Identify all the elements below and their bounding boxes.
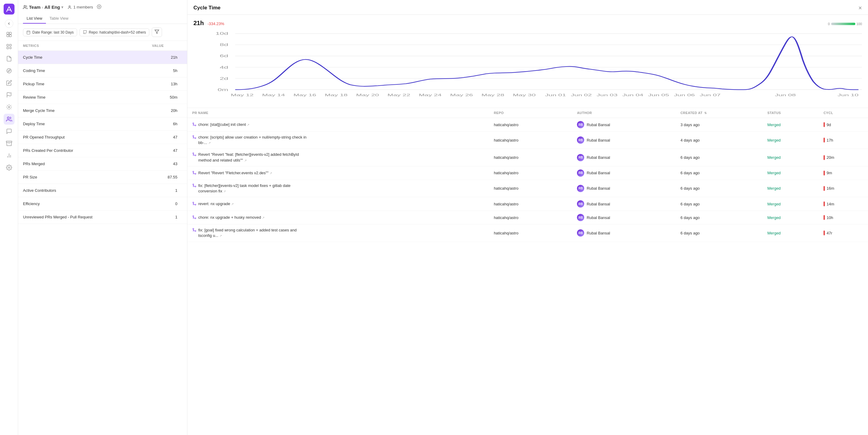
metrics-row[interactable]: Pickup Time 13h — [18, 78, 187, 91]
sidebar-item-notes[interactable] — [4, 78, 14, 88]
team-label: Team — [29, 4, 40, 10]
pr-link-icon[interactable]: ↗ — [262, 216, 265, 219]
metrics-row[interactable]: Active Contributors 1 — [18, 184, 187, 197]
svg-point-64 — [193, 153, 194, 154]
all-eng-label: All Eng — [44, 4, 60, 10]
table-row[interactable]: fix: [fletcher][events-v2] task model fi… — [187, 180, 868, 197]
metrics-row[interactable]: PRs Merged 43 — [18, 157, 187, 171]
svg-point-68 — [193, 184, 194, 185]
sidebar-item-flags[interactable] — [4, 90, 14, 100]
metrics-row[interactable]: Review Time 50m — [18, 91, 187, 104]
metrics-row[interactable]: PR Size 87.55 — [18, 171, 187, 184]
cycle-indicator — [824, 138, 825, 143]
repo-filter[interactable]: Repo: haticahq/dixi-dash+52 others — [80, 28, 149, 36]
cycle-cell: 9d — [819, 118, 868, 132]
sidebar-item-compass[interactable] — [4, 65, 14, 76]
sidebar-item-widgets[interactable] — [4, 41, 14, 52]
svg-text:8d: 8d — [220, 42, 228, 47]
cycle-value: 47r — [827, 231, 832, 235]
metric-value: 1 — [152, 215, 182, 219]
col-pr-name: PR NAME — [187, 108, 489, 118]
pr-name-cell: fix: [fletcher][events-v2] task model fi… — [187, 180, 489, 197]
metrics-row[interactable]: Merge Cycle Time 20h — [18, 104, 187, 117]
pr-link-icon[interactable]: ↗ — [247, 123, 249, 126]
cycle-cell: 17h — [819, 132, 868, 149]
pr-link-icon[interactable]: ↗ — [219, 234, 222, 237]
svg-rect-6 — [9, 45, 11, 46]
table-row[interactable]: fix: [goal] fixed wrong calculation + ad… — [187, 225, 868, 242]
status-badge: Merged — [767, 231, 781, 235]
repo-cell: haticahq/astro — [489, 197, 572, 211]
metric-value: 0 — [152, 201, 182, 206]
sidebar-item-settings[interactable] — [4, 162, 14, 173]
table-row[interactable]: chore: nx upgrade + husky removed ↗ hati… — [187, 211, 868, 225]
filter-button[interactable] — [152, 28, 162, 37]
status-badge: Merged — [767, 186, 781, 191]
svg-text:Jun 04: Jun 04 — [622, 93, 643, 97]
repo-cell: haticahq/astro — [489, 118, 572, 132]
cycle-indicator — [824, 171, 825, 175]
metrics-row[interactable]: PR Opened Throughput 47 — [18, 131, 187, 144]
metrics-row[interactable]: PRs Created Per Contributor 47 — [18, 144, 187, 157]
pr-link-icon[interactable]: ↗ — [244, 159, 247, 162]
tab-table-view[interactable]: Table View — [46, 13, 72, 24]
svg-text:May 16: May 16 — [293, 93, 316, 97]
sidebar-item-analytics[interactable] — [4, 150, 14, 161]
created-at-cell: 6 days ago — [676, 225, 763, 242]
settings-gear-icon[interactable] — [97, 4, 101, 10]
cycle-cell: 20m — [819, 149, 868, 166]
table-row[interactable]: chore: [scripts] allow user creation + n… — [187, 132, 868, 149]
detail-panel: Cycle Time × 21h -334.23% 0 100 — [187, 0, 868, 435]
sidebar-item-dashboard[interactable] — [4, 29, 14, 40]
cycle-cell: 9m — [819, 166, 868, 180]
date-range-filter[interactable]: Date Range: last 30 Days — [23, 28, 77, 36]
table-row[interactable]: Revert "Revert "Fletcher.events v2.des""… — [187, 166, 868, 180]
sidebar-collapse-button[interactable] — [5, 19, 13, 28]
app-logo[interactable] — [4, 4, 14, 14]
metrics-row[interactable]: Efficiency 0 — [18, 197, 187, 210]
metric-name: PRs Created Per Contributor — [23, 148, 152, 153]
metric-name: PR Opened Throughput — [23, 135, 152, 140]
pr-link-icon[interactable]: ↗ — [231, 202, 234, 206]
pr-icon — [192, 215, 196, 220]
author-name: Rubal Bansal — [587, 202, 610, 206]
status-cell: Merged — [763, 211, 819, 225]
pr-name-text: Revert "Revert "Fletcher.events v2.des""… — [198, 170, 272, 176]
sidebar-item-archive[interactable] — [4, 138, 14, 149]
pr-link-icon[interactable]: ↗ — [208, 141, 211, 145]
sidebar-item-chat[interactable] — [4, 126, 14, 137]
sidebar-item-insights[interactable] — [4, 102, 14, 113]
table-row[interactable]: Revert "Revert "feat: [fletcher][events-… — [187, 149, 868, 166]
repo-cell: haticahq/astro — [489, 149, 572, 166]
svg-point-12 — [8, 107, 10, 108]
pr-link-icon[interactable]: ↗ — [270, 172, 272, 175]
metrics-row[interactable]: Unreviewed PRs Merged - Pull Request 1 — [18, 210, 187, 224]
members-count: 1 members — [68, 5, 93, 9]
sidebar-item-documents[interactable] — [4, 53, 14, 64]
col-created-at[interactable]: CREATED AT ⇅ — [676, 108, 763, 118]
pr-table-section: PR NAME REPO AUTHOR CREATED AT ⇅ STATUS … — [187, 108, 868, 435]
breadcrumb-chevron[interactable]: ▾ — [61, 5, 63, 9]
tab-list-view[interactable]: List View — [23, 13, 46, 24]
metrics-row[interactable]: Cycle Time 21h — [18, 51, 187, 64]
metric-name: Efficiency — [23, 201, 152, 206]
close-button[interactable]: × — [858, 5, 862, 11]
table-row[interactable]: revert: nx upgrade ↗ haticahq/astro RB R… — [187, 197, 868, 211]
metric-value: 87.55 — [152, 175, 182, 179]
pr-name-cell: chore: [scripts] allow user creation + n… — [187, 132, 489, 149]
metrics-row[interactable]: Coding Time 5h — [18, 64, 187, 78]
pr-name-cell: Revert "Revert "Fletcher.events v2.des""… — [187, 166, 489, 180]
table-row[interactable]: chore: [stat][cube] init client ↗ hatica… — [187, 118, 868, 132]
chart-svg: 10d 8d 6d 4d 2d 0m May 12 May 14 May 16 … — [193, 30, 862, 103]
svg-point-9 — [7, 69, 11, 73]
cycle-indicator — [824, 155, 825, 160]
svg-text:May 30: May 30 — [513, 93, 536, 97]
sidebar-item-people[interactable] — [4, 114, 14, 125]
author-name: Rubal Bansal — [587, 186, 610, 191]
pr-name-cell: chore: [stat][cube] init client ↗ — [187, 118, 489, 132]
pr-link-icon[interactable]: ↗ — [223, 190, 226, 193]
metric-name: Active Contributors — [23, 188, 152, 193]
pr-name-cell: chore: nx upgrade + husky removed ↗ — [187, 211, 489, 225]
metrics-row[interactable]: Deploy Time 6h — [18, 117, 187, 131]
svg-point-74 — [193, 228, 194, 230]
